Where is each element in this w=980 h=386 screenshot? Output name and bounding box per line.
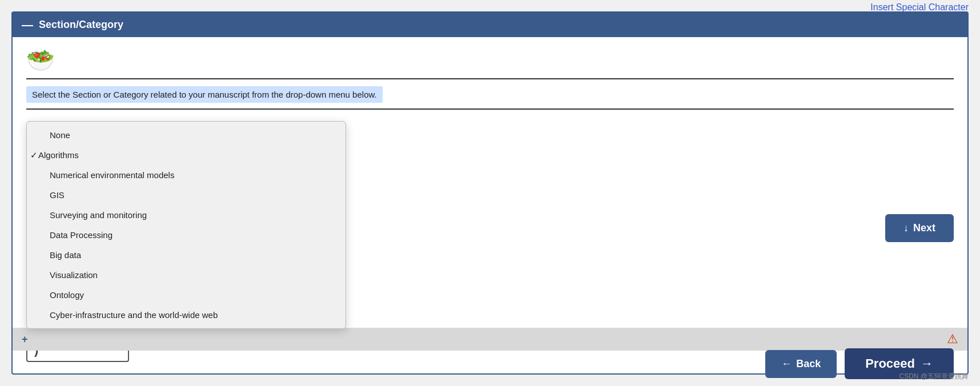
dropdown-area: NoneAlgorithmsNumerical environmental mo… <box>26 121 954 362</box>
back-button-label: Back <box>796 358 821 370</box>
dropdown-item[interactable]: Ontology <box>27 285 346 305</box>
dropdown-item[interactable]: Algorithms <box>27 145 346 165</box>
instruction-text: Select the Section or Category related t… <box>26 86 383 103</box>
dropdown-item[interactable]: Big data <box>27 245 346 265</box>
next-button-label: Next <box>913 222 935 234</box>
arrow-down-icon <box>903 222 909 234</box>
panel-body: 🥗 Select the Section or Category related… <box>13 37 967 385</box>
dropdown-item[interactable]: Surveying and monitoring <box>27 205 346 225</box>
collapse-icon[interactable]: — <box>22 18 33 31</box>
instruction-divider <box>26 108 954 110</box>
dropdown-item[interactable]: None <box>27 125 346 145</box>
journal-logo-icon: 🥗 <box>26 47 55 73</box>
warning-icon: ⚠ <box>947 332 958 347</box>
add-section-icon[interactable]: + <box>22 333 28 345</box>
panel-title: Section/Category <box>39 19 123 31</box>
dropdown-item[interactable]: Data Processing <box>27 225 346 245</box>
proceed-button-label: Proceed <box>865 356 915 371</box>
back-button[interactable]: Back <box>765 350 837 378</box>
logo-area: 🥗 <box>26 49 954 79</box>
arrow-right-icon <box>921 356 933 371</box>
dropdown-item[interactable]: GIS <box>27 185 346 205</box>
category-dropdown-menu[interactable]: NoneAlgorithmsNumerical environmental mo… <box>26 121 346 329</box>
watermark: CSDN @五阿哥爱跳舞 <box>899 372 969 381</box>
dropdown-item[interactable]: Numerical environmental models <box>27 165 346 185</box>
next-button[interactable]: Next <box>885 214 954 242</box>
panel-header: — Section/Category <box>13 13 967 37</box>
main-panel: — Section/Category 🥗 Select the Section … <box>11 11 969 375</box>
bottom-section-bar: + ⚠ <box>13 328 967 351</box>
arrow-left-icon <box>781 358 792 370</box>
dropdown-item[interactable]: Cyber-infrastructure and the world-wide … <box>27 305 346 325</box>
dropdown-item[interactable]: Visualization <box>27 265 346 285</box>
